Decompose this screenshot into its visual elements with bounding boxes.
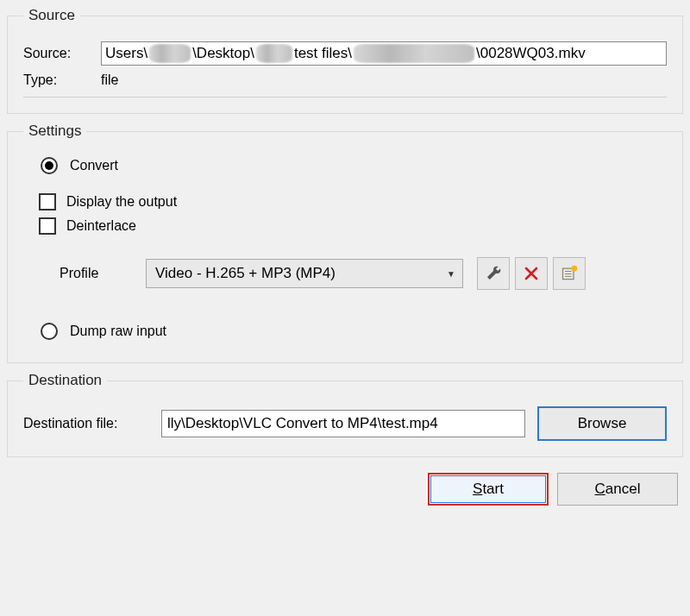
- button-bar: Start Cancel: [7, 466, 683, 506]
- settings-legend: Settings: [23, 123, 86, 140]
- dump-raw-label: Dump raw input: [70, 324, 166, 339]
- source-path: Users\ \Desktop\ test files\ \0028WQ03.m…: [101, 41, 667, 66]
- convert-label: Convert: [70, 158, 118, 173]
- checkbox-display-output[interactable]: [39, 193, 56, 211]
- source-path-seg1: Users\: [105, 45, 147, 62]
- browse-button[interactable]: Browse: [537, 406, 667, 441]
- close-icon: [524, 266, 539, 281]
- delete-profile-button[interactable]: [515, 257, 548, 290]
- deinterlace-row[interactable]: Deinterlace: [39, 217, 667, 235]
- chevron-down-icon: ▼: [447, 269, 455, 279]
- destination-label: Destination file:: [23, 416, 161, 431]
- destination-row: Destination file: Browse: [23, 406, 667, 441]
- source-legend: Source: [23, 7, 80, 24]
- new-list-icon: [561, 265, 578, 282]
- cancel-label: Cancel: [595, 481, 641, 498]
- new-profile-button[interactable]: [553, 257, 586, 290]
- type-value: file: [101, 72, 118, 88]
- radio-dump-raw[interactable]: [41, 323, 58, 340]
- profile-label: Profile: [60, 266, 146, 281]
- redacted-segment: [149, 44, 191, 63]
- profile-dropdown[interactable]: Video - H.265 + MP3 (MP4) ▼: [146, 259, 463, 288]
- type-row: Type: file: [23, 72, 667, 88]
- radio-convert[interactable]: [41, 157, 58, 174]
- destination-legend: Destination: [23, 372, 107, 389]
- settings-group: Settings Convert Display the output Dein…: [7, 123, 683, 363]
- profile-row: Profile Video - H.265 + MP3 (MP4) ▼: [39, 257, 667, 290]
- source-row: Source: Users\ \Desktop\ test files\ \00…: [23, 41, 667, 66]
- svg-point-4: [572, 266, 578, 272]
- destination-group: Destination Destination file: Browse: [7, 372, 683, 457]
- dump-raw-radio-row[interactable]: Dump raw input: [23, 323, 667, 340]
- redacted-segment: [256, 44, 292, 63]
- wrench-icon: [485, 265, 502, 282]
- source-label: Source:: [23, 46, 92, 61]
- cancel-button[interactable]: Cancel: [557, 473, 678, 506]
- start-label: Start: [473, 481, 504, 498]
- profile-value: Video - H.265 + MP3 (MP4): [155, 265, 336, 282]
- start-button[interactable]: Start: [428, 473, 549, 506]
- source-path-seg3: test files\: [294, 45, 352, 62]
- browse-label: Browse: [578, 415, 627, 432]
- source-path-seg2: \Desktop\: [192, 45, 254, 62]
- convert-radio-row[interactable]: Convert: [23, 157, 667, 174]
- display-output-label: Display the output: [66, 194, 177, 210]
- redacted-segment: [354, 44, 474, 63]
- deinterlace-label: Deinterlace: [66, 218, 136, 234]
- edit-profile-button[interactable]: [477, 257, 510, 290]
- source-group: Source Source: Users\ \Desktop\ test fil…: [7, 7, 683, 114]
- display-output-row[interactable]: Display the output: [39, 193, 667, 211]
- source-path-seg4: \0028WQ03.mkv: [476, 45, 586, 62]
- destination-file-input[interactable]: [161, 410, 525, 437]
- checkbox-deinterlace[interactable]: [39, 217, 56, 235]
- type-label: Type:: [23, 72, 92, 88]
- divider: [23, 97, 667, 97]
